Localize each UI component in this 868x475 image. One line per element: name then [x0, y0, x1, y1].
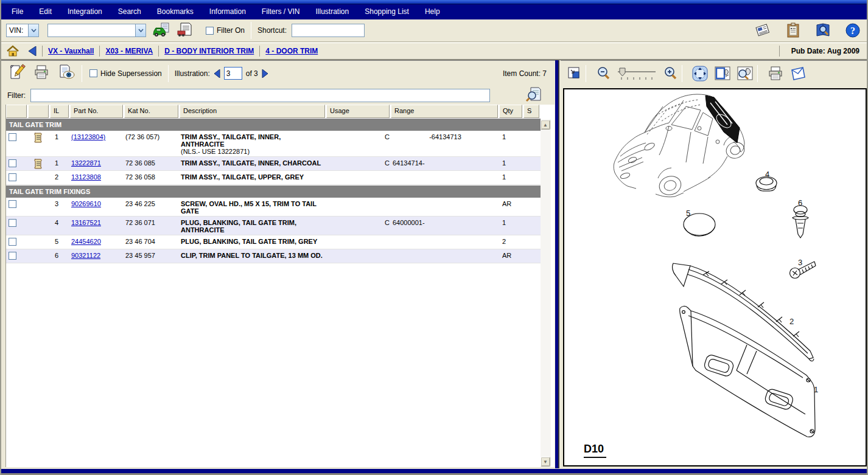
- cell-usage: [326, 171, 391, 184]
- part-number-link[interactable]: 24454620: [71, 238, 101, 245]
- menu-item[interactable]: Integration: [60, 4, 110, 19]
- parts-table: ILPart No.Kat No.DescriptionUsageRangeQt…: [5, 105, 555, 467]
- row-checkbox[interactable]: [9, 159, 16, 167]
- vin-input-combobox[interactable]: [47, 24, 146, 37]
- chevron-down-icon[interactable]: [28, 24, 38, 36]
- illustration-panel: 456321 D10: [561, 60, 868, 469]
- row-checkbox[interactable]: [9, 133, 16, 141]
- filter-input[interactable]: [30, 89, 490, 102]
- exploded-view-drawing: [564, 89, 866, 465]
- clipboard-icon[interactable]: [785, 23, 801, 38]
- filter-search-icon[interactable]: [525, 86, 542, 105]
- part-number-link[interactable]: 13123808: [71, 173, 101, 181]
- cell-range: -64134713: [391, 131, 499, 156]
- zoom-out-icon[interactable]: [595, 66, 611, 81]
- home-icon[interactable]: [6, 45, 19, 57]
- parts-table-body: TAIL GATE TRIM 1 (13123804) (72 36 057) …: [6, 119, 541, 263]
- panel-splitter[interactable]: [555, 60, 559, 469]
- table-row[interactable]: 4 13167521 72 36 071 PLUG, BLANKING, TAI…: [6, 217, 541, 235]
- part-number-link[interactable]: (13123804): [71, 133, 105, 140]
- back-icon[interactable]: [28, 46, 37, 56]
- cell-qty: 1: [499, 217, 523, 235]
- illustration-canvas[interactable]: 456321 D10: [563, 88, 867, 466]
- menu-item[interactable]: Bookmarks: [149, 4, 201, 19]
- breadcrumb-separator: [779, 46, 780, 57]
- cell-kat-no: 72 36 058: [124, 171, 180, 184]
- part-number-link[interactable]: 90321122: [71, 252, 100, 259]
- vehicle-document-icon[interactable]: [177, 23, 192, 38]
- edit-notes-icon[interactable]: [9, 64, 26, 83]
- part-callout[interactable]: 4: [765, 170, 769, 179]
- menu-item[interactable]: Filters / VIN: [254, 4, 308, 19]
- row-checkbox[interactable]: [9, 252, 16, 260]
- window-titlebar-edge: [1, 0, 867, 4]
- table-row[interactable]: 3 90269610 23 46 225 SCREW, OVAL HD., M5…: [6, 198, 541, 217]
- column-header: [6, 105, 27, 118]
- part-callout[interactable]: 5: [686, 209, 690, 218]
- part-number-link[interactable]: 13222871: [71, 159, 101, 167]
- menu-item[interactable]: Search: [110, 4, 149, 19]
- note-document-icon[interactable]: [33, 163, 43, 170]
- next-illustration-icon[interactable]: [262, 69, 268, 78]
- breadcrumb-link[interactable]: VX - Vauxhall: [48, 47, 94, 55]
- vin-input-value[interactable]: [48, 24, 135, 36]
- pan-icon[interactable]: [691, 65, 709, 82]
- parts-table-scrollbar[interactable]: ▲ ▼: [541, 119, 551, 467]
- illustration-number-input[interactable]: [224, 67, 242, 80]
- cell-usage: [326, 249, 391, 263]
- illustration-label: Illustration:: [175, 69, 210, 78]
- scrollbar-down-icon[interactable]: ▼: [541, 457, 550, 466]
- mail-icon[interactable]: [789, 65, 807, 82]
- breadcrumb-link[interactable]: X03 - MERIVA: [105, 47, 153, 55]
- previous-illustration-icon[interactable]: [214, 69, 220, 78]
- zoom-slider[interactable]: [617, 66, 657, 81]
- column-header: Range: [391, 105, 498, 118]
- breadcrumb-link[interactable]: D - BODY INTERIOR TRIM: [164, 47, 254, 55]
- row-checkbox[interactable]: [9, 238, 16, 246]
- part-callout[interactable]: 3: [798, 258, 802, 267]
- row-checkbox[interactable]: [9, 219, 16, 227]
- hide-supersession-group: Hide Supersession: [89, 69, 162, 78]
- part-number-link[interactable]: 90269610: [71, 200, 101, 207]
- menu-item[interactable]: Illustration: [308, 4, 357, 19]
- row-checkbox[interactable]: [9, 173, 16, 181]
- menu-item[interactable]: Shopping List: [357, 4, 417, 19]
- news-icon[interactable]: [755, 23, 772, 38]
- menu-item[interactable]: Help: [417, 4, 448, 19]
- print-icon[interactable]: [33, 64, 50, 83]
- chevron-down-icon[interactable]: [135, 24, 145, 36]
- cell-range: [391, 198, 499, 216]
- full-screen-icon[interactable]: [566, 66, 582, 81]
- row-checkbox[interactable]: [9, 200, 16, 208]
- help-icon[interactable]: ?: [845, 23, 861, 38]
- table-row[interactable]: 1 (13123804) (72 36 057) TRIM ASSY., TAI…: [6, 131, 541, 157]
- breadcrumb-link[interactable]: 4 - DOOR TRIM: [265, 47, 318, 55]
- vin-type-combobox[interactable]: VIN:: [6, 24, 39, 37]
- scrollbar-up-icon[interactable]: ▲: [541, 120, 550, 130]
- hide-supersession-checkbox[interactable]: [89, 69, 97, 77]
- table-row[interactable]: 6 90321122 23 45 957 CLIP, TRIM PANEL TO…: [6, 249, 541, 263]
- filter-on-checkbox[interactable]: [206, 27, 214, 35]
- part-callout[interactable]: 2: [789, 317, 794, 326]
- part-number-link[interactable]: 13167521: [71, 219, 101, 226]
- table-row[interactable]: 5 24454620 23 46 704 PLUG, BLANKING, TAI…: [6, 235, 541, 249]
- cell-range: [391, 171, 499, 184]
- cell-kat-no: 72 36 071: [124, 217, 180, 235]
- zoom-in-icon[interactable]: [662, 66, 678, 81]
- part-callout[interactable]: 6: [798, 198, 802, 207]
- fit-region-icon[interactable]: [714, 65, 731, 82]
- table-row[interactable]: 2 13123808 72 36 058 TRIM ASSY., TAILGAT…: [6, 171, 541, 185]
- part-callout[interactable]: 1: [814, 385, 818, 394]
- menu-item[interactable]: File: [4, 4, 31, 19]
- vehicle-lookup-icon[interactable]: [152, 23, 170, 38]
- print-illustration-icon[interactable]: [767, 65, 784, 82]
- menu-item[interactable]: Information: [201, 4, 254, 19]
- note-document-icon[interactable]: [33, 137, 43, 144]
- zoom-region-icon[interactable]: [737, 65, 754, 82]
- cell-qty: 1: [499, 157, 523, 170]
- table-row[interactable]: 1 13222871 72 36 085 TRIM ASSY., TAILGAT…: [6, 157, 541, 171]
- print-preview-icon[interactable]: [57, 64, 75, 83]
- catalogue-search-icon[interactable]: [814, 23, 831, 38]
- shortcut-input[interactable]: [292, 24, 365, 37]
- menu-item[interactable]: Edit: [31, 4, 60, 19]
